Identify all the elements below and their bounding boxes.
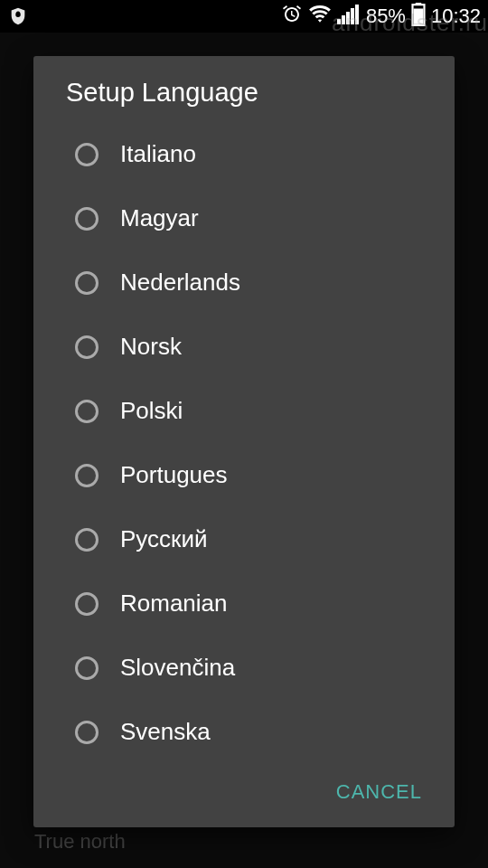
option-label: Svenska [120, 718, 211, 746]
radio-icon [75, 592, 99, 616]
language-option-polski[interactable]: Polski [33, 379, 455, 443]
svg-rect-7 [414, 8, 424, 24]
radio-icon [75, 721, 99, 744]
radio-icon [75, 528, 99, 552]
radio-icon [75, 335, 99, 359]
dialog-actions: CANCEL [33, 764, 455, 820]
signal-icon [337, 5, 361, 29]
language-option-portugues[interactable]: Portugues [33, 443, 455, 507]
option-label: Romanian [120, 590, 228, 618]
radio-icon [75, 207, 99, 231]
radio-icon [75, 656, 99, 680]
modal-overlay[interactable]: Setup Language Italiano Magyar Nederland… [0, 33, 488, 868]
language-option-slovencina[interactable]: Slovenčina [33, 636, 455, 700]
radio-icon [75, 400, 99, 423]
language-option-magyar[interactable]: Magyar [33, 186, 455, 250]
wifi-icon [308, 5, 332, 29]
svg-rect-4 [355, 5, 359, 24]
option-label: Nederlands [120, 269, 240, 297]
option-label: Slovenčina [120, 654, 235, 682]
radio-icon [75, 271, 99, 295]
svg-rect-0 [337, 19, 341, 24]
svg-rect-2 [346, 12, 350, 24]
language-option-russian[interactable]: Русский [33, 507, 455, 571]
option-label: Русский [120, 525, 207, 553]
language-dialog: Setup Language Italiano Magyar Nederland… [33, 56, 455, 827]
clock-time: 10:32 [431, 5, 481, 28]
language-option-norsk[interactable]: Norsk [33, 315, 455, 379]
option-label: Polski [120, 397, 183, 425]
dialog-title: Setup Language [33, 56, 455, 117]
svg-rect-3 [351, 8, 354, 24]
option-label: Magyar [120, 204, 199, 232]
radio-icon [75, 143, 99, 166]
radio-icon [75, 464, 99, 487]
shield-app-icon [7, 5, 29, 27]
svg-rect-1 [342, 15, 345, 24]
cancel-button[interactable]: CANCEL [329, 775, 429, 809]
status-bar: 85% 10:32 [0, 0, 488, 33]
option-label: Norsk [120, 333, 182, 361]
battery-icon [411, 3, 426, 31]
language-option-italiano[interactable]: Italiano [33, 122, 455, 186]
option-label: Italiano [120, 140, 196, 168]
language-option-nederlands[interactable]: Nederlands [33, 250, 455, 315]
option-label: Portugues [120, 461, 228, 489]
language-options-list: Italiano Magyar Nederlands Norsk Polski … [33, 117, 455, 764]
alarm-icon [281, 4, 303, 30]
language-option-svenska[interactable]: Svenska [33, 700, 455, 764]
language-option-romanian[interactable]: Romanian [33, 571, 455, 636]
battery-percent: 85% [366, 5, 406, 28]
